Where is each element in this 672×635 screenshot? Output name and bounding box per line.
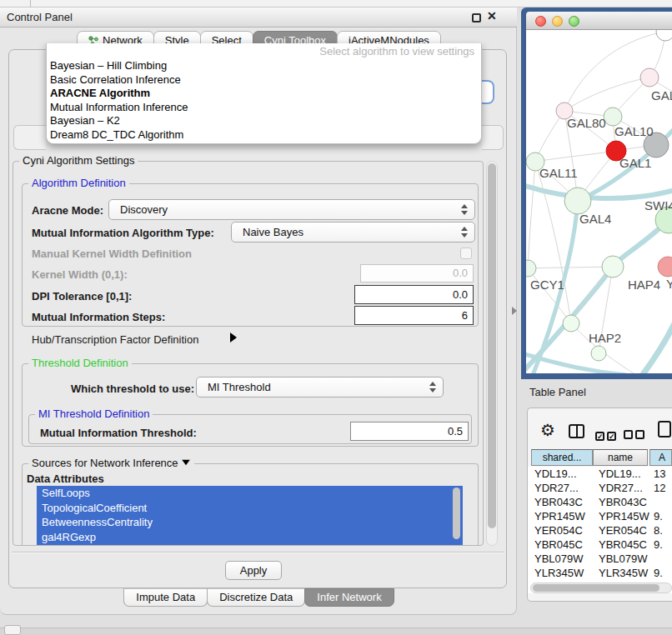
divider <box>12 552 504 553</box>
show-columns-icon[interactable]: ✓✓ <box>595 428 619 442</box>
node-label: Y <box>666 277 672 291</box>
which-threshold-value: MI Threshold <box>208 381 271 393</box>
node-label: GAL80 <box>567 116 606 130</box>
table-row[interactable]: YPR145WYPR145W9. <box>528 509 672 523</box>
edge <box>528 162 535 268</box>
node-label: GAL11 <box>539 166 578 180</box>
attribute-item[interactable]: gal4RGexp <box>37 530 463 545</box>
table-hscrollbar-thumb[interactable] <box>533 584 659 592</box>
control-panel-title: Control Panel <box>7 8 73 28</box>
aracne-mode-select[interactable]: Discovery <box>108 199 475 220</box>
node-y[interactable] <box>658 257 672 277</box>
table-cell: YBR045C <box>593 538 649 552</box>
unchecked-box-icon <box>635 430 644 439</box>
table-row[interactable]: YER054CYER054C8. <box>528 523 672 538</box>
tab-impute-data[interactable]: Impute Data <box>123 588 208 607</box>
table-cell: 9. <box>649 538 672 552</box>
edge <box>535 151 616 162</box>
float-window-icon[interactable] <box>472 13 481 22</box>
node-gal10[interactable] <box>604 108 622 126</box>
table-cell: 9. <box>649 566 672 580</box>
attribute-item[interactable]: SelfLoops <box>37 486 463 501</box>
close-traffic-light-icon[interactable] <box>535 16 546 27</box>
tab-discretize-data[interactable]: Discretize Data <box>207 588 305 607</box>
attribute-item[interactable]: TopologicalCoefficient <box>37 501 463 516</box>
kernel-width-label: Kernel Width (0,1): <box>32 268 128 281</box>
attribute-item[interactable]: BetweennessCentrality <box>37 515 463 530</box>
dropdown-item[interactable]: Mutual Information Inference <box>50 101 478 115</box>
table-row[interactable]: YBR043CYBR043C <box>528 495 672 509</box>
minimize-traffic-light-icon[interactable] <box>552 16 563 27</box>
dpi-tolerance-field[interactable]: 0.0 <box>354 285 474 304</box>
node-label: GAL10 <box>614 124 654 138</box>
table-cell: YBL079W <box>528 552 593 566</box>
expand-arrow-icon[interactable] <box>230 332 237 342</box>
dropdown-item-highlighted[interactable]: ARACNE Algorithm <box>50 87 478 101</box>
edge <box>641 323 672 373</box>
spinner-icon <box>461 204 468 215</box>
tab-infer-network-label: Infer Network <box>317 591 381 603</box>
node-gal8[interactable] <box>640 68 659 87</box>
corner-widget[interactable] <box>4 625 21 635</box>
panel-splitter-arrow-icon[interactable] <box>512 307 517 315</box>
mi-algorithm-type-select[interactable]: Naive Bayes <box>231 222 475 242</box>
table-cell: YER054C <box>593 523 649 538</box>
collapse-arrow-icon[interactable] <box>182 460 190 465</box>
network-graph: GAL8 GAL80 GAL10 GAL1 GAL11 SWI4 GAL4 GC… <box>526 30 672 373</box>
mi-threshold-field[interactable]: 0.5 <box>350 422 469 441</box>
tab-discretize-data-label: Discretize Data <box>219 591 293 603</box>
attributes-scrollbar-thumb[interactable] <box>453 488 460 539</box>
which-threshold-select[interactable]: MI Threshold <box>196 377 444 398</box>
split-columns-icon[interactable] <box>569 424 584 438</box>
table-cell: 12 <box>649 481 672 495</box>
table-row[interactable]: YBL079WYBL079W <box>528 552 672 566</box>
node[interactable] <box>591 346 606 361</box>
node-gal4[interactable] <box>564 188 591 214</box>
screen: Control Panel ✕ Network Style Select Cyn… <box>0 0 672 635</box>
mi-steps-field[interactable]: 6 <box>354 306 474 325</box>
dropdown-item[interactable]: Bayesian – Hill Climbing <box>50 59 478 73</box>
spinner-icon <box>461 227 468 238</box>
manual-kernel-width-checkbox[interactable] <box>460 248 472 259</box>
table-row[interactable]: YDR27...YDR27...12 <box>528 481 672 495</box>
edge <box>528 267 613 268</box>
tab-infer-network[interactable]: Infer Network <box>304 588 394 607</box>
dropdown-item[interactable]: Dream8 DC_TDC Algorithm <box>50 128 478 142</box>
dpi-tolerance-label: DPI Tolerance [0,1]: <box>32 290 132 302</box>
mi-threshold-definition-title: MI Threshold Definition <box>35 408 153 420</box>
column-header-shared-name[interactable]: shared... <box>531 449 593 466</box>
table-cell: YBR043C <box>528 495 593 509</box>
table-row[interactable]: YLR345WYLR345W9. <box>528 566 672 580</box>
algorithm-definition-title: Algorithm Definition <box>28 178 129 189</box>
gear-icon[interactable]: ⚙ <box>540 422 555 438</box>
table-row[interactable]: YDL19...YDL19...13 <box>528 467 672 481</box>
table-cell: 9. <box>649 509 672 523</box>
node-hap4[interactable] <box>602 256 624 278</box>
sources-title[interactable]: Sources for Network Inference <box>28 458 194 469</box>
mi-algorithm-type-value: Naive Bayes <box>243 226 303 238</box>
control-panel-titlebar: Control Panel <box>0 8 517 28</box>
column-header-partial[interactable]: A <box>649 449 672 466</box>
node-hap2[interactable] <box>563 315 579 332</box>
dropdown-item[interactable]: Basic Correlation Inference <box>50 73 478 88</box>
checked-box-icon: ✓ <box>607 432 616 441</box>
cyni-algorithm-settings-title: Cyni Algorithm Settings <box>19 155 138 167</box>
hub-definition-label[interactable]: Hub/Transcription Factor Definition <box>32 333 198 346</box>
settings-scrollbar-thumb[interactable] <box>488 163 496 528</box>
function-page-icon[interactable] <box>658 421 671 438</box>
edge <box>564 78 649 111</box>
column-header-name[interactable]: name <box>593 449 648 466</box>
table-row[interactable]: YBR045CYBR045C9. <box>528 538 672 552</box>
dropdown-item[interactable]: Bayesian – K2 <box>50 114 478 128</box>
aracne-mode-value: Discovery <box>120 203 168 216</box>
hide-columns-icon[interactable] <box>624 428 647 442</box>
node[interactable] <box>656 30 672 41</box>
node-gcy1[interactable] <box>526 260 536 277</box>
apply-button[interactable]: Apply <box>225 561 282 580</box>
table-cell: YER054C <box>528 523 593 538</box>
network-canvas[interactable]: GAL8 GAL80 GAL10 GAL1 GAL11 SWI4 GAL4 GC… <box>526 30 672 373</box>
network-window-titlebar[interactable] <box>526 12 672 30</box>
close-icon[interactable]: ✕ <box>487 9 497 22</box>
algorithm-dropdown-placeholder: Select algorithm to view settings <box>319 45 474 58</box>
zoom-traffic-light-icon[interactable] <box>569 16 579 27</box>
